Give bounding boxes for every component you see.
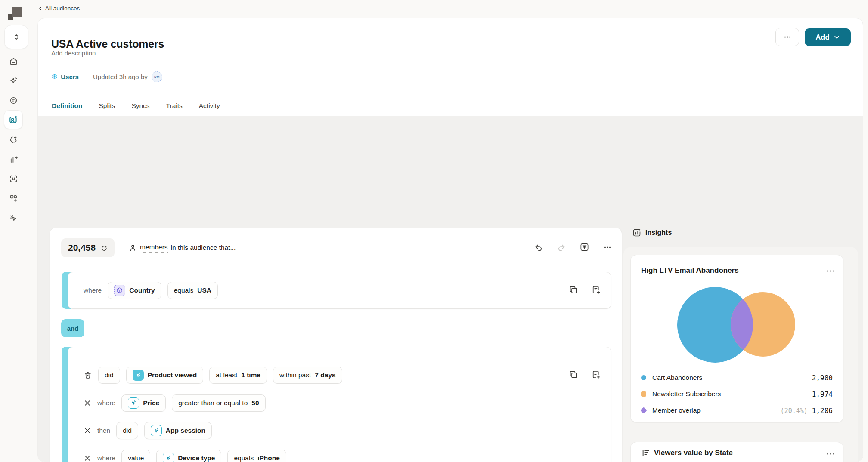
trash-icon (84, 371, 92, 379)
builder-more-button[interactable] (603, 243, 612, 252)
tab-splits[interactable]: Splits (98, 98, 115, 117)
insights-title: Insights (645, 229, 672, 237)
value-chip[interactable]: value (121, 450, 150, 462)
save-version-button[interactable] (580, 242, 589, 252)
event-chip-product-viewed[interactable]: Product viewed (126, 367, 204, 384)
then-label: then (97, 427, 110, 434)
undo-button[interactable] (534, 243, 543, 252)
remove-filter-button[interactable] (84, 427, 91, 434)
remove-filter-button[interactable] (84, 454, 91, 462)
operator-chip-gte-50[interactable]: greater than or equal to50 (172, 394, 265, 412)
chevrons-up-down-icon (12, 33, 21, 41)
legend-marker-circle (641, 375, 646, 380)
funnel-chart-icon (641, 448, 650, 457)
sidebar-item-integrations[interactable] (4, 189, 23, 208)
insight-card-venn: High LTV Email Abandoners Cart Abandoner… (630, 255, 843, 422)
breadcrumb[interactable]: All audiences (38, 5, 80, 12)
sidebar-item-sources[interactable] (4, 91, 23, 110)
operator-value: USA (197, 286, 211, 294)
avatar[interactable]: DM (152, 71, 162, 82)
legend-row-member-overlap: Member overlap (20.4%)1,206 (641, 405, 833, 416)
tab-syncs[interactable]: Syncs (131, 98, 150, 117)
and-connector[interactable]: and (61, 319, 84, 337)
cursor-sparkle-icon (9, 214, 18, 223)
legend-label: Cart Abandoners (652, 374, 702, 382)
card-title: Viewers value by State (654, 449, 733, 457)
operator-value: iPhone (257, 454, 280, 462)
tab-definition[interactable]: Definition (51, 98, 83, 117)
sidebar-item-analytics[interactable] (4, 150, 23, 169)
audience-page-card: USA Active customers Add description... … (37, 18, 863, 462)
tab-bar: Definition Splits Syncs Traits Activity (51, 98, 220, 117)
ellipsis-icon (603, 243, 612, 252)
source-profile-icon (9, 96, 18, 105)
event-name: Product viewed (148, 371, 197, 379)
member-count: 20,458 (68, 243, 96, 253)
x-icon (84, 399, 91, 407)
property-chip-price[interactable]: Price (121, 394, 166, 412)
condition-block-1: where Country equalsUSA (62, 272, 611, 309)
insight-card-bars: Viewers value by State Average, Last 30 … (630, 442, 843, 462)
file-plus-icon (591, 285, 601, 295)
add-button-label: Add (815, 33, 829, 41)
segment-logo-icon[interactable] (6, 6, 23, 22)
sidebar-item-home[interactable] (4, 52, 23, 71)
copy-icon (568, 370, 578, 379)
x-icon (84, 454, 91, 462)
face-scan-icon (9, 174, 18, 183)
operator-chip-equals-usa[interactable]: equalsUSA (167, 282, 218, 299)
sidebar-item-activation[interactable] (4, 209, 23, 228)
sidebar-item-audiences[interactable] (4, 110, 23, 129)
chevron-down-icon (834, 34, 840, 40)
shapes-plus-icon (9, 194, 18, 203)
redo-button[interactable] (557, 243, 566, 252)
did-chip[interactable]: did (98, 367, 120, 384)
event-property-icon (163, 453, 174, 462)
property-chip-device-type[interactable]: Device type (156, 450, 221, 462)
workspace-switcher[interactable] (4, 25, 28, 49)
event-chip-app-session[interactable]: App session (144, 422, 212, 439)
add-to-group-button[interactable] (591, 285, 601, 295)
sidebar-item-face-scan[interactable] (4, 169, 23, 188)
card-menu-button[interactable] (826, 268, 835, 274)
frequency-chip[interactable]: at least1 time (209, 367, 267, 384)
sidebar-item-journeys[interactable] (4, 130, 23, 149)
page-title: USA Active customers (51, 38, 164, 50)
did-chip[interactable]: did (116, 422, 138, 439)
where-label: where (97, 454, 115, 462)
card-subtitle: Average, Last 30 days (641, 460, 699, 462)
remove-filter-button[interactable] (84, 399, 91, 407)
delete-event-button[interactable] (84, 371, 92, 379)
attribute-chip-country[interactable]: Country (108, 282, 161, 299)
page-more-button[interactable] (775, 28, 799, 46)
sidebar-item-ai-assistant[interactable] (4, 71, 23, 90)
time-window-chip[interactable]: within past7 days (273, 367, 342, 384)
legend-marker-diamond (640, 407, 647, 414)
tab-activity[interactable]: Activity (198, 98, 220, 117)
file-plus-icon (591, 370, 601, 379)
clause-suffix: in this audience that... (171, 244, 236, 252)
ellipsis-icon (826, 268, 835, 274)
add-to-group-button[interactable] (591, 370, 601, 379)
duplicate-condition-button[interactable] (568, 285, 578, 295)
redo-icon (557, 243, 566, 252)
audience-builder-card: 20,458 members in this audience that... (50, 228, 622, 462)
block-actions (568, 285, 601, 295)
chevron-left-icon (38, 6, 43, 11)
add-button[interactable]: Add (805, 28, 851, 46)
members-selector[interactable]: members (140, 243, 168, 253)
refresh-icon[interactable] (100, 244, 108, 252)
operator-prefix: greater than or equal to (178, 399, 248, 407)
tab-content-area: 20,458 members in this audience that... (38, 116, 863, 462)
source-link[interactable]: Users (61, 73, 79, 80)
condition-row-country: where Country equalsUSA (84, 282, 218, 299)
duplicate-condition-button[interactable] (568, 370, 578, 379)
card-title: High LTV Email Abandoners (641, 266, 739, 275)
operator-chip-equals-iphone[interactable]: equalsiPhone (227, 450, 286, 462)
event-property-icon (128, 397, 139, 409)
description-placeholder[interactable]: Add description... (51, 49, 101, 57)
tab-traits[interactable]: Traits (166, 98, 183, 117)
legend-label: Newsletter Subscribers (652, 390, 721, 398)
card-menu-button[interactable] (826, 451, 835, 457)
meta-row: ❄ Users Updated 3h ago by DM (51, 71, 162, 83)
